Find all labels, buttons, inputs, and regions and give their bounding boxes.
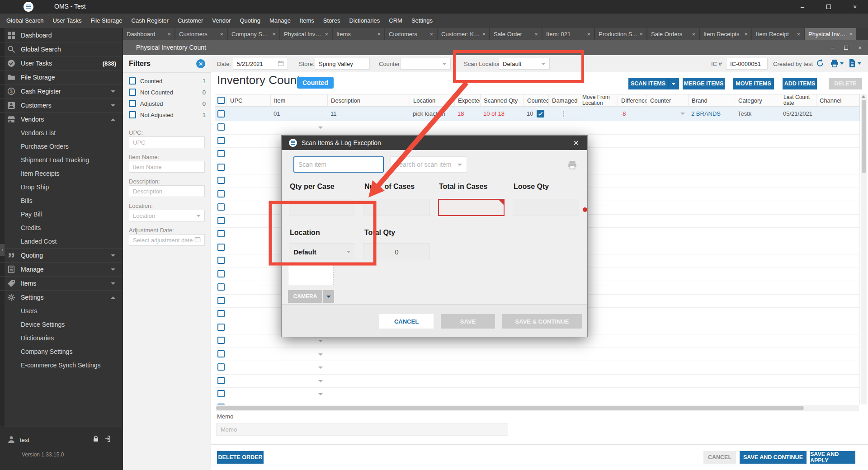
sidebar-item-shipment-load-tracking[interactable]: Shipment Load Tracking (0, 153, 123, 167)
filter-upc-input[interactable]: UPC (129, 136, 205, 148)
tab-customers[interactable]: Customers× (175, 28, 227, 40)
tab-item-receipt[interactable]: Item Receipt× (752, 28, 804, 40)
sidebar-item-global-search[interactable]: Global Search (0, 42, 123, 56)
column-header-last_count[interactable]: Last Count date (780, 94, 816, 107)
tab-physical-inve[interactable]: Physical Inve...× (280, 28, 332, 40)
sidebar-item-company-settings[interactable]: Company Settings (0, 345, 123, 358)
table-row[interactable]: 0111pick loaction1810 of 1810-82 BRANDST… (215, 107, 860, 121)
chevron-down-icon[interactable] (318, 340, 323, 342)
sidebar-item-e-commerce-synch-settings[interactable]: E-commerce Synch Settings (0, 358, 123, 372)
menu-item-manage[interactable]: Manage (265, 14, 295, 28)
vertical-scrollbar[interactable] (861, 94, 867, 404)
tab-item-receipts[interactable]: Item Receipts× (700, 28, 751, 40)
chevron-down-icon[interactable] (318, 380, 323, 382)
doc-maximize-icon[interactable] (844, 46, 848, 50)
menu-item-global-search[interactable]: Global Search (2, 14, 48, 28)
sidebar-item-bills[interactable]: Bills (0, 194, 123, 207)
move-items-button[interactable]: MOVE ITEMS (733, 78, 774, 89)
chevron-down-icon[interactable] (318, 393, 323, 395)
filter-checkbox-adjusted[interactable]: Adjusted0 (129, 99, 206, 108)
menu-item-user-tasks[interactable]: User Tasks (48, 14, 86, 28)
row-checkbox[interactable] (217, 110, 225, 118)
checkbox-icon[interactable] (129, 89, 136, 96)
filter-description-input[interactable]: Description (129, 185, 205, 197)
menu-item-items[interactable]: Items (295, 14, 319, 28)
tab-close-icon[interactable]: × (272, 31, 276, 38)
maximize-icon[interactable] (816, 0, 842, 14)
user-menu[interactable]: test (7, 435, 29, 445)
menu-item-file-storage[interactable]: File Storage (86, 14, 127, 28)
save-and-apply-button[interactable]: SAVE AND APPLY (810, 451, 855, 464)
tab-close-icon[interactable]: × (797, 31, 800, 38)
sidebar-item-items[interactable]: Items (0, 276, 123, 290)
store-input[interactable]: Spring Valley (315, 58, 370, 70)
close-icon[interactable]: × (842, 0, 868, 14)
sidebar-item-cash-register[interactable]: $Cash Register (0, 84, 123, 98)
sidebar-item-item-receipts[interactable]: Item Receipts (0, 167, 123, 180)
table-row[interactable] (215, 348, 859, 362)
tab-close-icon[interactable]: × (587, 31, 590, 38)
row-checkbox[interactable] (217, 310, 225, 317)
row-checkbox[interactable] (217, 244, 225, 251)
column-header-item[interactable]: Item (270, 94, 327, 107)
row-checkbox[interactable] (217, 297, 225, 304)
memo-input[interactable]: Memo (216, 423, 508, 436)
sidebar-item-pay-bill[interactable]: Pay Bill (0, 207, 123, 221)
checkbox-icon[interactable] (129, 111, 136, 118)
checkbox-icon[interactable] (129, 100, 136, 107)
sidebar-item-manage[interactable]: Manage (0, 262, 123, 276)
tab-close-icon[interactable]: × (849, 31, 853, 38)
column-header-description[interactable]: Description (327, 94, 410, 107)
column-header-damaged[interactable]: Damaged (548, 94, 579, 107)
row-checkbox[interactable] (217, 390, 225, 397)
menu-item-settings[interactable]: Settings (407, 14, 437, 28)
tab-physical-inve[interactable]: Physical Inve...× (805, 28, 856, 40)
ic-number-input[interactable]: IC-0000051 (726, 58, 768, 70)
filter-item-name-input[interactable]: Item Name (129, 161, 205, 173)
row-checkbox[interactable] (217, 337, 225, 344)
table-row[interactable] (215, 375, 859, 388)
chevron-down-icon[interactable] (680, 113, 685, 115)
filter-checkbox-not-adjusted[interactable]: Not Adjusted1 (129, 110, 206, 120)
print-options-caret-icon[interactable] (840, 62, 844, 65)
add-items-button[interactable]: ADD ITEMS (783, 78, 817, 89)
sidebar-item-purchase-orders[interactable]: Purchase Orders (0, 140, 123, 153)
merge-items-button[interactable]: MERGE ITEMS (683, 78, 725, 89)
export-options-caret-icon[interactable] (858, 62, 861, 65)
column-header-counted[interactable]: Counted (524, 94, 548, 107)
minimize-icon[interactable]: – (789, 0, 816, 14)
scan-item-input[interactable]: Scan item (293, 156, 384, 173)
location-select[interactable]: Default (289, 243, 355, 260)
row-checkbox[interactable] (217, 164, 225, 171)
tab-close-icon[interactable]: × (220, 31, 223, 38)
row-checkbox[interactable] (217, 283, 225, 291)
column-header-upc[interactable]: UPC (226, 94, 270, 107)
sidebar-item-landed-cost[interactable]: Landed Cost (0, 235, 123, 248)
print-icon[interactable] (830, 59, 844, 68)
sidebar-item-dictionaries[interactable]: Dictionaries (0, 331, 123, 345)
chevron-down-icon[interactable] (318, 367, 323, 369)
sidebar-item-user-tasks[interactable]: User Tasks(838) (0, 56, 123, 70)
menu-item-stores[interactable]: Stores (319, 14, 345, 28)
sidebar-item-quoting[interactable]: Quoting (0, 248, 123, 262)
sidebar-collapse-handle[interactable]: ‹ (0, 244, 5, 256)
tab-close-icon[interactable]: × (429, 31, 433, 38)
lock-icon[interactable] (92, 435, 99, 444)
row-checkbox[interactable] (217, 363, 225, 371)
select-all-checkbox[interactable] (217, 97, 225, 104)
export-icon[interactable] (848, 59, 861, 68)
row-checkbox[interactable] (217, 257, 225, 264)
dialog-cancel-button[interactable]: CANCEL (379, 314, 434, 329)
row-checkbox[interactable] (217, 190, 225, 197)
filters-clear-icon[interactable]: ✕ (196, 59, 205, 68)
row-checkbox[interactable] (217, 324, 225, 331)
column-header-brand[interactable]: Brand (688, 94, 735, 107)
qty-per-case-input[interactable] (289, 199, 355, 216)
chevron-down-icon[interactable] (318, 127, 323, 129)
delete-order-button[interactable]: DELETE ORDER (217, 451, 264, 464)
row-checkbox[interactable] (217, 230, 225, 237)
table-row[interactable] (215, 361, 859, 375)
tab-production-s[interactable]: Production S...× (595, 28, 646, 40)
date-input[interactable]: 5/21/2021 (233, 58, 288, 70)
tab-close-icon[interactable]: × (692, 31, 695, 38)
